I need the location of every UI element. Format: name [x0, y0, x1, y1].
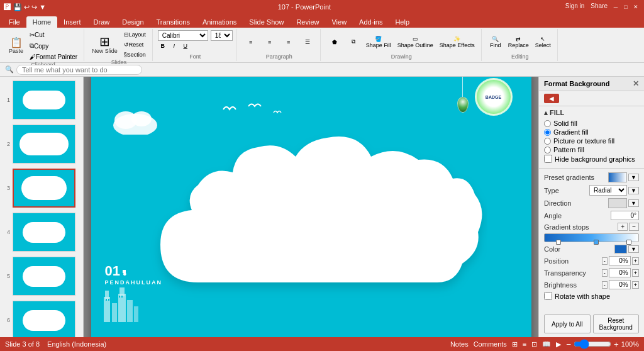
- slide-canvas[interactable]: BADGE: [91, 77, 531, 337]
- angle-input[interactable]: [611, 211, 639, 220]
- tab-addins[interactable]: Add-ins: [353, 16, 389, 28]
- share-btn[interactable]: Share: [588, 3, 610, 11]
- section-button[interactable]: § Section: [121, 50, 148, 59]
- apply-to-all-button[interactable]: Apply to All: [544, 315, 591, 333]
- slide-thumb-3[interactable]: 3: [3, 167, 80, 209]
- svg-rect-5: [112, 303, 117, 322]
- shape-outline-button[interactable]: ▭ Shape Outline: [395, 35, 436, 50]
- minimize-btn[interactable]: ─: [611, 3, 620, 11]
- shape-fill-button[interactable]: 🪣 Shape Fill: [364, 35, 394, 50]
- zoom-slider[interactable]: [574, 339, 611, 349]
- layout-button[interactable]: ⊟ Layout: [121, 30, 148, 39]
- reset-background-button[interactable]: Reset Background: [593, 315, 640, 333]
- view-outline-btn[interactable]: ≡: [523, 340, 526, 348]
- sign-in-btn[interactable]: Sign in: [563, 3, 587, 11]
- new-slide-button[interactable]: ⊞ New Slide: [89, 34, 120, 55]
- panel-back-button[interactable]: ◀: [544, 94, 559, 103]
- panel-scroll-content: ▴ FILL Solid fill Gradient fill Picture …: [539, 106, 644, 311]
- paste-button[interactable]: 📋 Paste: [6, 36, 26, 55]
- brightness-dec-btn[interactable]: -: [602, 281, 608, 289]
- transparency-input[interactable]: [609, 268, 631, 277]
- tab-design[interactable]: Design: [116, 16, 150, 28]
- panel-close-button[interactable]: ✕: [633, 79, 639, 88]
- view-normal-btn[interactable]: ⊞: [512, 340, 518, 348]
- color-dropdown[interactable]: ▼: [628, 245, 639, 253]
- align-center-button[interactable]: ≡: [261, 38, 279, 47]
- cut-button[interactable]: ✂ Cut: [27, 30, 80, 40]
- brightness-inc-btn[interactable]: +: [632, 281, 639, 289]
- picture-fill-radio[interactable]: [544, 138, 551, 145]
- view-slideshow-btn[interactable]: ▶: [556, 340, 561, 348]
- reset-button[interactable]: ↺ Reset: [121, 40, 148, 49]
- font-size-select[interactable]: 18: [211, 30, 233, 41]
- gradient-stop-3[interactable]: [626, 240, 631, 245]
- search-input[interactable]: [16, 65, 142, 75]
- tab-slideshow[interactable]: Slide Show: [243, 16, 290, 28]
- type-select[interactable]: Radial Linear: [589, 185, 627, 196]
- zoom-in-btn[interactable]: +: [614, 340, 619, 349]
- gradient-fill-radio[interactable]: [544, 129, 551, 136]
- notes-btn[interactable]: Notes: [450, 340, 469, 348]
- type-options-btn[interactable]: ▼: [628, 187, 639, 194]
- find-button[interactable]: 🔍 Find: [487, 35, 504, 50]
- shape-effects-button[interactable]: ✨ Shape Effects: [437, 35, 477, 50]
- remove-stop-btn[interactable]: −: [629, 223, 639, 231]
- num-01: 01: [105, 263, 120, 279]
- replace-button[interactable]: ⇄ Replace: [506, 35, 531, 50]
- format-painter-button[interactable]: 🖌 Format Painter: [27, 52, 80, 62]
- copy-button[interactable]: ⧉ Copy: [27, 41, 80, 51]
- align-right-button[interactable]: ≡: [280, 38, 297, 47]
- transparency-dec-btn[interactable]: -: [602, 269, 608, 277]
- gradient-bar[interactable]: [544, 233, 639, 242]
- position-inc-btn[interactable]: +: [632, 257, 639, 265]
- gradient-stop-1[interactable]: [556, 240, 561, 245]
- arrange-button[interactable]: ⧉: [345, 37, 362, 47]
- underline-button[interactable]: U: [180, 42, 191, 50]
- color-swatch[interactable]: [614, 245, 627, 254]
- direction-swatch[interactable]: [608, 198, 627, 208]
- view-slide-sorter-btn[interactable]: ⊡: [531, 340, 537, 348]
- tab-draw[interactable]: Draw: [87, 16, 116, 28]
- solid-fill-radio[interactable]: [544, 120, 551, 127]
- slide-thumb-4[interactable]: 4: [3, 211, 80, 253]
- align-left-button[interactable]: ≡: [242, 38, 260, 47]
- bold-button[interactable]: B: [158, 42, 168, 50]
- view-reading-btn[interactable]: 📖: [542, 340, 551, 348]
- position-dec-btn[interactable]: -: [602, 257, 608, 265]
- tab-view[interactable]: View: [325, 16, 353, 28]
- slide-thumb-1[interactable]: 1: [3, 79, 80, 121]
- slide-thumb-2[interactable]: 2: [3, 123, 80, 165]
- tab-review[interactable]: Review: [290, 16, 325, 28]
- brightness-input[interactable]: [609, 280, 631, 289]
- pattern-fill-radio[interactable]: [544, 147, 551, 153]
- maximize-btn[interactable]: □: [621, 3, 630, 11]
- tab-help[interactable]: Help: [389, 16, 416, 28]
- select-button[interactable]: ↖ Select: [533, 35, 553, 50]
- slide-thumb-5[interactable]: 5: [3, 255, 80, 297]
- comments-btn[interactable]: Comments: [474, 340, 507, 348]
- preset-gradient-swatch[interactable]: [608, 172, 627, 182]
- italic-button[interactable]: I: [169, 42, 179, 50]
- solid-fill-label: Solid fill: [553, 120, 577, 127]
- tab-insert[interactable]: Insert: [57, 16, 87, 28]
- quick-access: 💾 ↩ ↪ ▼: [13, 3, 46, 11]
- transparency-inc-btn[interactable]: +: [632, 269, 639, 277]
- shapes-button[interactable]: ⬟: [326, 38, 343, 47]
- tab-animations[interactable]: Animations: [196, 16, 243, 28]
- tab-home[interactable]: Home: [26, 16, 57, 28]
- slide-thumb-6[interactable]: 6: [3, 299, 80, 337]
- close-btn[interactable]: ✕: [631, 3, 640, 11]
- rotate-with-shape-checkbox[interactable]: [544, 292, 552, 300]
- position-input[interactable]: [609, 256, 631, 265]
- font-family-select[interactable]: Calibri: [158, 30, 208, 41]
- gradient-stop-2[interactable]: [594, 240, 599, 245]
- direction-dropdown[interactable]: ▼: [628, 199, 639, 207]
- bullets-button[interactable]: ☰: [299, 38, 316, 47]
- add-stop-btn[interactable]: +: [618, 223, 628, 231]
- slide-num-5: 5: [4, 273, 10, 279]
- zoom-out-btn[interactable]: −: [566, 340, 571, 349]
- tab-file[interactable]: File: [3, 16, 26, 28]
- tab-transitions[interactable]: Transitions: [150, 16, 196, 28]
- hide-background-checkbox[interactable]: [544, 155, 552, 163]
- preset-gradient-dropdown[interactable]: ▼: [628, 174, 639, 181]
